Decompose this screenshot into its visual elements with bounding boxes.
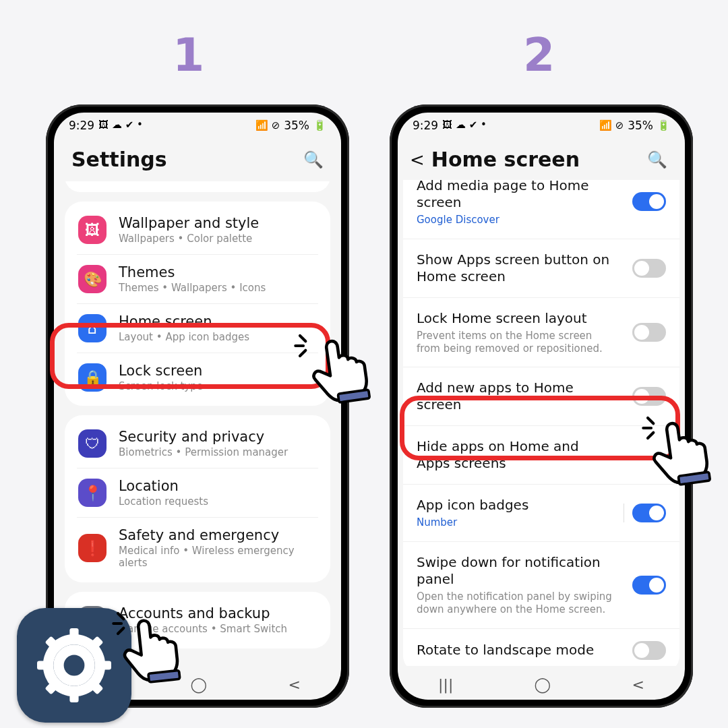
status-right-icons: 📶 ⊘	[255, 119, 280, 131]
item-subtitle: Location requests	[119, 495, 208, 508]
settings-group-display: 🖼 Wallpaper and style Wallpapers • Color…	[65, 202, 330, 406]
item-title: Accounts and backup	[119, 605, 287, 621]
row-swipe-down-notif[interactable]: Swipe down for notification panel Open t…	[403, 542, 679, 629]
status-bar: 9:29 🖼 ☁ ✔ • 📶 ⊘ 35% 🔋	[398, 113, 685, 135]
row-title: Add media page to Home screen	[417, 180, 612, 211]
toggle-add-new-apps[interactable]	[632, 387, 666, 406]
page-title: Settings	[71, 148, 167, 171]
item-subtitle: Layout • App icon badges	[119, 331, 249, 343]
status-bar: 9:29 🖼 ☁ ✔ • 📶 ⊘ 35% 🔋	[54, 113, 341, 135]
row-title: Rotate to landscape mode	[417, 642, 594, 659]
back-icon[interactable]: <	[410, 150, 425, 170]
row-title: Show Apps screen button on Home screen	[417, 251, 612, 285]
settings-header: Settings 🔍	[54, 135, 341, 186]
row-add-media-page[interactable]: Add media page to Home screen Google Dis…	[403, 180, 679, 239]
row-lock-layout[interactable]: Lock Home screen layout Prevent items on…	[403, 298, 679, 368]
location-icon: 📍	[78, 479, 107, 507]
shield-icon: 🛡	[78, 429, 107, 458]
status-time: 9:29	[69, 119, 94, 132]
item-title: Wallpaper and style	[119, 215, 259, 231]
settings-group-cutoff: Power saving • Charging	[65, 181, 330, 192]
settings-group-security: 🛡 Security and privacy Biometrics • Perm…	[65, 415, 330, 582]
status-left-icons: 🖼 ☁ ✔ •	[442, 119, 487, 131]
search-icon[interactable]: 🔍	[303, 150, 324, 169]
step-number-1: 1	[173, 28, 204, 82]
tap-effect-lines	[108, 607, 142, 643]
phone-2-frame: 9:29 🖼 ☁ ✔ • 📶 ⊘ 35% 🔋 < Home screen 🔍	[390, 104, 693, 708]
emergency-icon: ❗	[78, 534, 107, 562]
settings-item-location[interactable]: 📍 Location Location requests	[77, 468, 318, 517]
row-rotate-landscape[interactable]: Rotate to landscape mode	[403, 629, 679, 667]
battery-icon: 🔋	[657, 119, 670, 131]
toggle-add-media-page[interactable]	[632, 192, 666, 211]
row-sub: Prevent items on the Home screen from be…	[417, 330, 612, 355]
svg-rect-2	[69, 689, 78, 702]
status-battery-pct: 35%	[284, 119, 309, 132]
cutoff-prev-item: Power saving • Charging	[77, 181, 318, 188]
svg-point-10	[64, 655, 85, 676]
item-title: Security and privacy	[119, 429, 288, 445]
tap-effect-lines	[290, 329, 324, 365]
row-sub: Open the notification panel by swiping d…	[417, 590, 612, 616]
row-title: Lock Home screen layout	[417, 310, 612, 327]
row-title: App icon badges	[417, 497, 528, 514]
item-subtitle: Medical info • Wireless emergency alerts	[119, 545, 317, 569]
item-subtitle: Biometrics • Permission manager	[119, 446, 288, 458]
item-title: Safety and emergency	[119, 527, 317, 543]
step-number-2: 2	[523, 28, 555, 82]
row-sub: Google Discover	[417, 214, 612, 226]
page-title: Home screen	[431, 148, 580, 171]
status-right-icons: 📶 ⊘	[599, 119, 624, 131]
toggle-lock-layout[interactable]	[632, 323, 666, 342]
battery-icon: 🔋	[313, 119, 326, 131]
row-show-apps-button[interactable]: Show Apps screen button on Home screen	[403, 239, 679, 298]
settings-item-security-and-privacy[interactable]: 🛡 Security and privacy Biometrics • Perm…	[77, 419, 318, 468]
row-title: Swipe down for notification panel	[417, 554, 612, 588]
nav-recents[interactable]: |||	[438, 676, 453, 693]
item-title: Location	[119, 478, 208, 494]
home-icon: ⌂	[78, 314, 107, 342]
item-subtitle: Wallpapers • Color palette	[119, 233, 259, 245]
row-title: Hide apps on Home and Apps screens	[417, 438, 612, 472]
svg-rect-3	[37, 661, 51, 669]
settings-item-safety-and-emergency[interactable]: ❗ Safety and emergency Medical info • Wi…	[77, 517, 318, 578]
row-app-icon-badges[interactable]: App icon badges Number	[403, 485, 679, 542]
nav-back[interactable]: <	[632, 676, 644, 693]
status-time: 9:29	[413, 119, 438, 132]
search-icon[interactable]: 🔍	[647, 150, 667, 169]
navigation-bar: ||| ◯ <	[398, 669, 685, 700]
toggle-app-icon-badges[interactable]	[632, 504, 666, 522]
settings-list[interactable]: Power saving • Charging 🖼 Wallpaper and …	[54, 181, 341, 666]
item-subtitle: Themes • Wallpapers • Icons	[119, 282, 266, 294]
lock-icon: 🔒	[78, 363, 107, 392]
settings-item-wallpaper-and-style[interactable]: 🖼 Wallpaper and style Wallpapers • Color…	[77, 206, 318, 254]
row-sub: Number	[417, 516, 528, 529]
status-left-icons: 🖼 ☁ ✔ •	[98, 119, 143, 131]
gear-icon	[37, 628, 111, 702]
nav-home[interactable]: ◯	[191, 676, 208, 693]
item-subtitle: Manage accounts • Smart Switch	[119, 623, 287, 635]
nav-home[interactable]: ◯	[535, 676, 551, 693]
separator	[624, 504, 624, 522]
settings-item-lock-screen[interactable]: 🔒 Lock screen Screen lock type	[77, 353, 318, 402]
svg-rect-1	[69, 628, 78, 642]
svg-rect-4	[98, 661, 111, 669]
tap-effect-lines	[638, 411, 671, 448]
status-battery-pct: 35%	[628, 119, 653, 132]
item-title: Lock screen	[119, 363, 203, 379]
row-title: Add new apps to Home screen	[417, 380, 612, 413]
nav-back[interactable]: <	[288, 676, 300, 693]
home-screen-header: < Home screen 🔍	[398, 135, 685, 186]
toggle-swipe-down-notif[interactable]	[632, 576, 666, 595]
toggle-show-apps-button[interactable]	[632, 259, 666, 278]
themes-icon: 🎨	[78, 265, 107, 293]
item-title: Home screen	[119, 313, 249, 330]
settings-item-themes[interactable]: 🎨 Themes Themes • Wallpapers • Icons	[77, 254, 318, 303]
phone-2-screen: 9:29 🖼 ☁ ✔ • 📶 ⊘ 35% 🔋 < Home screen 🔍	[398, 113, 685, 700]
item-subtitle: Screen lock type	[119, 380, 203, 392]
settings-item-home-screen[interactable]: ⌂ Home screen Layout • App icon badges	[77, 303, 318, 353]
wallpaper-icon: 🖼	[78, 216, 107, 244]
toggle-rotate-landscape[interactable]	[632, 641, 666, 660]
item-title: Themes	[119, 264, 266, 280]
